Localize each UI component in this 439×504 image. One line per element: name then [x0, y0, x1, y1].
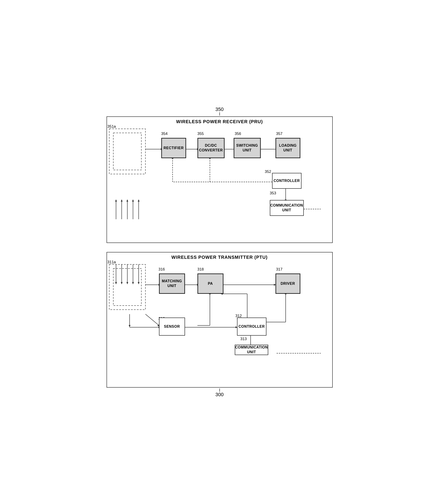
switching-block: SWITCHINGUNIT — [234, 138, 261, 158]
svg-marker-63 — [132, 282, 134, 284]
sensor-block: SENSOR — [159, 317, 185, 336]
ptu-title: WIRELESS POWER TRANSMITTER (PTU) — [107, 252, 332, 260]
ref-300: 300 — [215, 392, 224, 397]
ref-352: 352 — [265, 169, 271, 174]
svg-marker-59 — [121, 282, 122, 284]
ref-317: 317 — [276, 267, 282, 272]
ref-313: 313 — [240, 337, 247, 341]
pa-block: PA — [197, 273, 223, 294]
svg-marker-19 — [115, 199, 117, 202]
ref-356: 356 — [235, 131, 241, 136]
driver-block: DRIVER — [276, 273, 300, 294]
svg-rect-1 — [113, 133, 141, 170]
main-diagram: 350 WIRELESS POWER RECEIVER (PRU) — [95, 102, 344, 402]
ptu-controller-block: CONTROLLER — [237, 317, 267, 336]
ptu-coil-ref: 311a — [108, 260, 116, 264]
ref-354: 354 — [161, 131, 168, 136]
svg-marker-27 — [138, 199, 140, 202]
svg-marker-39 — [129, 325, 131, 327]
svg-rect-0 — [109, 129, 146, 174]
pru-comm-block: COMMUNICATIONUNIT — [270, 200, 304, 216]
svg-marker-23 — [126, 199, 128, 202]
pru-coil-ref: 351a — [108, 124, 116, 129]
svg-rect-28 — [109, 264, 146, 310]
matching-block: MATCHINGUNIT — [159, 273, 185, 294]
ptu-section: WIRELESS POWER TRANSMITTER (PTU) — [107, 252, 333, 387]
ref-353: 353 — [270, 191, 276, 196]
svg-marker-61 — [126, 282, 128, 284]
svg-marker-21 — [121, 199, 122, 202]
loading-block: LOADINGUNIT — [276, 138, 300, 158]
pru-section: WIRELESS POWER RECEIVER (PRU) — [107, 117, 333, 243]
ref-357: 357 — [276, 131, 282, 136]
svg-marker-65 — [138, 282, 140, 284]
svg-marker-25 — [132, 199, 134, 202]
svg-rect-29 — [113, 269, 141, 305]
rectifier-block: RECTIFIER — [161, 138, 186, 158]
pru-controller-block: CONTROLLER — [272, 173, 302, 189]
ptu-comm-block: COMMUNICATIONUNIT — [235, 345, 268, 355]
svg-line-36 — [146, 314, 159, 326]
svg-marker-57 — [115, 282, 117, 284]
ref-316: 316 — [159, 267, 165, 272]
pru-title: WIRELESS POWER RECEIVER (PRU) — [107, 117, 332, 124]
ref-318: 318 — [197, 267, 204, 272]
ref-350: 350 — [215, 106, 224, 112]
dcdc-block: DC/DCCONVERTER — [197, 138, 225, 158]
ref-355: 355 — [197, 131, 204, 136]
